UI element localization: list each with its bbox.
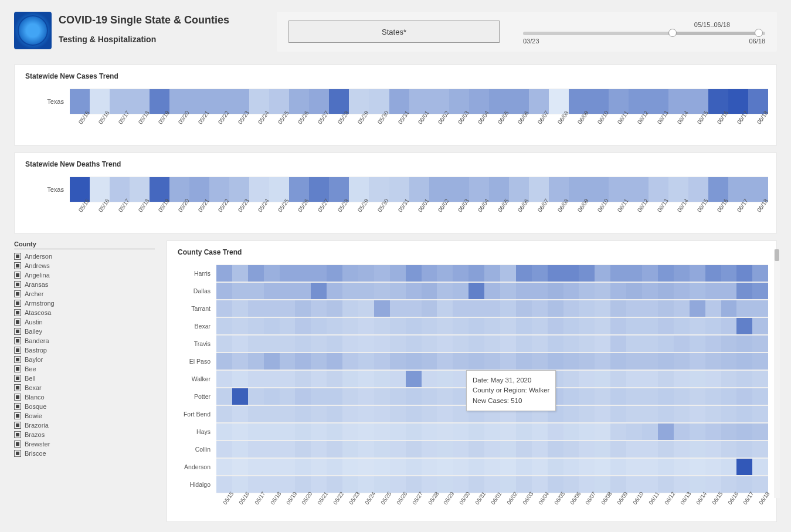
cell[interactable] xyxy=(752,336,768,352)
cell[interactable] xyxy=(374,423,390,440)
cell[interactable] xyxy=(295,283,311,299)
cell[interactable] xyxy=(626,318,642,334)
cell[interactable] xyxy=(358,353,374,370)
cell[interactable] xyxy=(311,283,327,299)
cell[interactable] xyxy=(327,388,342,405)
cell[interactable] xyxy=(374,318,390,334)
cell[interactable] xyxy=(705,283,721,299)
cell[interactable] xyxy=(264,371,280,387)
cell[interactable] xyxy=(658,300,674,317)
cell[interactable] xyxy=(563,459,579,475)
checkbox-icon[interactable] xyxy=(14,356,21,363)
cell[interactable] xyxy=(579,441,595,458)
cell[interactable] xyxy=(469,353,484,370)
cell[interactable] xyxy=(453,283,469,299)
cell[interactable] xyxy=(610,318,626,334)
cell[interactable] xyxy=(532,423,548,440)
cell[interactable] xyxy=(721,459,737,475)
cell[interactable] xyxy=(358,371,374,387)
checkbox-icon[interactable] xyxy=(14,272,21,279)
cell[interactable] xyxy=(563,441,579,458)
cell[interactable] xyxy=(752,388,768,405)
cell[interactable] xyxy=(642,371,658,387)
cell[interactable] xyxy=(721,423,737,440)
cell[interactable] xyxy=(516,459,532,475)
cell[interactable] xyxy=(484,353,500,370)
cell[interactable] xyxy=(674,300,690,317)
cell[interactable] xyxy=(342,371,358,387)
cell[interactable] xyxy=(579,283,595,299)
cell[interactable] xyxy=(658,336,674,352)
cell[interactable] xyxy=(422,371,437,387)
cell[interactable] xyxy=(500,318,516,334)
cell[interactable] xyxy=(642,300,658,317)
cell[interactable] xyxy=(705,406,721,422)
cell[interactable] xyxy=(579,336,595,352)
cell[interactable] xyxy=(264,300,280,317)
cell[interactable] xyxy=(484,336,500,352)
cell[interactable] xyxy=(437,336,453,352)
cell[interactable] xyxy=(406,371,422,387)
cell[interactable] xyxy=(736,265,752,282)
cell[interactable] xyxy=(579,406,595,422)
cell[interactable] xyxy=(595,371,610,387)
cell[interactable] xyxy=(248,423,264,440)
cell[interactable] xyxy=(406,423,422,440)
cell[interactable] xyxy=(342,300,358,317)
cell[interactable] xyxy=(705,300,721,317)
cell[interactable] xyxy=(484,265,500,282)
cell[interactable] xyxy=(311,300,327,317)
cell[interactable] xyxy=(548,318,563,334)
cell[interactable] xyxy=(658,459,674,475)
checkbox-icon[interactable] xyxy=(14,365,21,372)
cell[interactable] xyxy=(232,388,248,405)
cell[interactable] xyxy=(295,300,311,317)
county-item[interactable]: Brewster xyxy=(14,439,155,449)
cell[interactable] xyxy=(358,388,374,405)
county-item[interactable]: Bandera xyxy=(14,336,155,345)
cell[interactable] xyxy=(311,441,327,458)
cell[interactable] xyxy=(516,336,532,352)
cell[interactable] xyxy=(422,388,437,405)
county-item[interactable]: Baylor xyxy=(14,355,155,364)
cell[interactable] xyxy=(295,441,311,458)
county-item[interactable]: Austin xyxy=(14,317,155,327)
cell[interactable] xyxy=(610,353,626,370)
cell[interactable] xyxy=(280,371,296,387)
checkbox-icon[interactable] xyxy=(14,328,21,335)
cell[interactable] xyxy=(674,318,690,334)
cell[interactable] xyxy=(579,423,595,440)
cell[interactable] xyxy=(469,283,484,299)
cell[interactable] xyxy=(374,336,390,352)
cell[interactable] xyxy=(563,388,579,405)
cell[interactable] xyxy=(390,406,406,422)
cell[interactable] xyxy=(327,336,342,352)
cell[interactable] xyxy=(674,423,690,440)
cell[interactable] xyxy=(516,265,532,282)
cell[interactable] xyxy=(327,406,342,422)
cell[interactable] xyxy=(216,459,232,475)
cell[interactable] xyxy=(532,459,548,475)
cell[interactable] xyxy=(342,388,358,405)
cell[interactable] xyxy=(453,441,469,458)
cell[interactable] xyxy=(311,265,327,282)
cell[interactable] xyxy=(358,459,374,475)
cell[interactable] xyxy=(280,406,296,422)
checkbox-icon[interactable] xyxy=(14,431,21,438)
cell[interactable] xyxy=(579,371,595,387)
cell[interactable] xyxy=(705,353,721,370)
cell[interactable] xyxy=(358,336,374,352)
cell[interactable] xyxy=(422,441,437,458)
cell[interactable] xyxy=(690,353,705,370)
cell[interactable] xyxy=(579,388,595,405)
cell[interactable] xyxy=(453,423,469,440)
cell[interactable] xyxy=(610,265,626,282)
cell[interactable] xyxy=(327,318,342,334)
scrollbar-thumb[interactable] xyxy=(775,249,779,261)
cell[interactable] xyxy=(248,371,264,387)
cell[interactable] xyxy=(264,336,280,352)
cell[interactable] xyxy=(295,406,311,422)
cell[interactable] xyxy=(232,423,248,440)
cell[interactable] xyxy=(610,283,626,299)
cell[interactable] xyxy=(484,300,500,317)
